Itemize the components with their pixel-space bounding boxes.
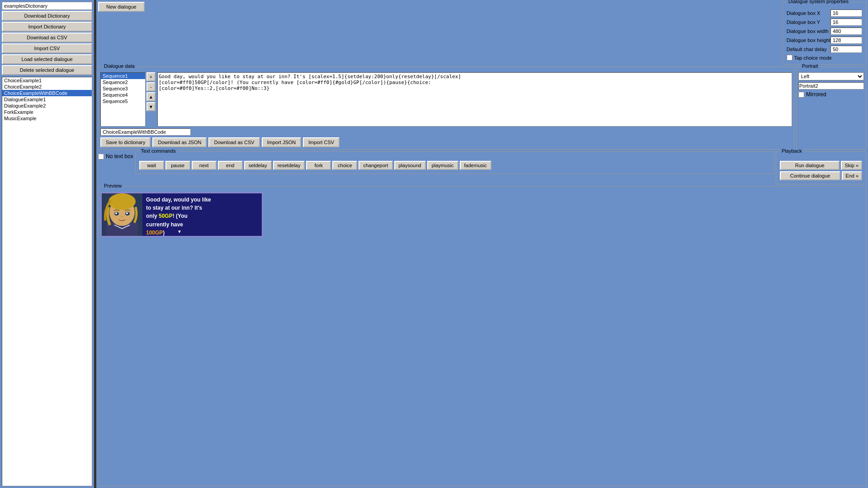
fademusic-command-button[interactable]: fademusic xyxy=(460,161,491,170)
portrait-name-input[interactable] xyxy=(798,82,864,89)
end-command-button[interactable]: end xyxy=(218,161,243,170)
mirror-row: Mirrored xyxy=(798,91,864,98)
action-buttons-row: Save to dictionary Download as JSON Down… xyxy=(100,137,792,147)
svg-point-8 xyxy=(126,212,128,214)
dialogue-box-height-input[interactable] xyxy=(830,37,862,44)
end-button[interactable]: End » xyxy=(842,171,862,180)
dialogue-list: ChoiceExample1 ChoiceExample2 ChoiceExam… xyxy=(2,77,92,486)
dialogue-box-height-label: Dialogue box height xyxy=(787,38,830,43)
tap-choice-label: Tap choice mode xyxy=(794,55,832,61)
sequence-textarea-row: Sequence1 Sequence2 Sequence3 Sequence4 … xyxy=(100,72,792,127)
sequence-name-input[interactable] xyxy=(100,128,191,136)
preview-section: Preview xyxy=(98,186,866,486)
save-to-dictionary-button[interactable]: Save to dictionary xyxy=(100,137,151,147)
import-dictionary-button[interactable]: Import Dictionary xyxy=(2,22,92,32)
pause-command-button[interactable]: pause xyxy=(165,161,190,170)
sequence-name-row xyxy=(100,128,792,136)
download-dictionary-button[interactable]: Download Dictionary xyxy=(2,11,92,21)
top-row: New dialogue Dialogue system properties … xyxy=(98,2,866,65)
resetdelay-command-button[interactable]: resetdelay xyxy=(273,161,305,170)
dialogue-text-preview: Good day, would you liketo stay at our i… xyxy=(142,193,262,236)
mirrored-label: Mirrored xyxy=(806,91,826,98)
dialogue-textarea[interactable]: Good day, would you like to stay at our … xyxy=(157,72,792,127)
dialogue-box-width-row: Dialogue box width xyxy=(787,28,862,35)
dialogue-box-height-row: Dialogue box height xyxy=(787,37,862,44)
svg-point-4 xyxy=(108,193,136,210)
playback-legend: Playback xyxy=(780,148,804,154)
download-json-button[interactable]: Download as JSON xyxy=(152,137,207,147)
playback-buttons: Run dialogue Skip » Continue dialogue En… xyxy=(778,157,864,182)
dialogue-box-y-label: Dialogue box Y xyxy=(787,19,820,25)
sequence-item[interactable]: Sequence4 xyxy=(101,92,145,98)
sequence-list: Sequence1 Sequence2 Sequence3 Sequence4 … xyxy=(100,72,146,127)
download-csv-button[interactable]: Download as CSV xyxy=(2,33,92,42)
fork-command-button[interactable]: fork xyxy=(306,161,331,170)
sequence-down-button[interactable]: ▼ xyxy=(146,102,156,111)
playsound-command-button[interactable]: playsound xyxy=(394,161,426,170)
import-json-button[interactable]: Import JSON xyxy=(262,137,302,147)
dialogue-data-legend: Dialogue data xyxy=(102,63,137,69)
mirrored-checkbox[interactable] xyxy=(798,92,804,98)
wait-command-button[interactable]: wait xyxy=(139,161,164,170)
sys-props-box: Dialogue system properties Dialogue box … xyxy=(783,2,866,65)
dialogue-box-y-input[interactable] xyxy=(830,19,862,26)
dialogue-item[interactable]: DialogueExample2 xyxy=(2,103,92,109)
sequence-remove-button[interactable]: - xyxy=(146,82,156,91)
portrait-image xyxy=(102,193,142,236)
run-dialogue-button[interactable]: Run dialogue xyxy=(780,161,840,170)
text-commands-legend: Text commands xyxy=(139,148,178,154)
sequence-item[interactable]: Sequence5 xyxy=(101,98,145,104)
no-textbox-checkbox[interactable] xyxy=(98,154,104,160)
preview-colored-text2: 100GP xyxy=(146,230,163,236)
text-commands-fieldset: Text commands wait pause next end setdel… xyxy=(135,151,774,174)
dictionary-label: examplesDictionary xyxy=(2,2,92,10)
changeport-command-button[interactable]: changeport xyxy=(359,161,392,170)
portrait-fieldset: Portrait Left Right Center None Mirrored xyxy=(796,66,866,150)
dialogue-item[interactable]: ChoiceExample2 xyxy=(2,84,92,90)
skip-button[interactable]: Skip » xyxy=(841,161,862,170)
sequence-up-button[interactable]: ▲ xyxy=(146,92,156,101)
sequence-item[interactable]: Sequence1 xyxy=(101,73,145,79)
portrait-legend: Portrait xyxy=(800,63,820,69)
delete-selected-dialogue-button[interactable]: Delete selected dialogue xyxy=(2,65,92,75)
dialogue-portrait-row: Dialogue data Sequence1 Sequence2 Sequen… xyxy=(98,66,866,150)
default-char-delay-row: Default char delay xyxy=(787,46,862,53)
choice-command-button[interactable]: choice xyxy=(332,161,357,170)
no-textbox-label: No text box xyxy=(106,153,133,160)
sequence-add-button[interactable]: + xyxy=(146,72,156,81)
next-command-button[interactable]: next xyxy=(192,161,217,170)
scroll-arrow-icon: ▼ xyxy=(177,229,182,234)
dialogue-item[interactable]: ForkExample xyxy=(2,109,92,115)
dialogue-box-width-input[interactable] xyxy=(830,28,862,35)
sequence-item[interactable]: Sequence3 xyxy=(101,85,145,92)
download-csv-action-button[interactable]: Download as CSV xyxy=(208,137,259,147)
dialogue-box-x-row: Dialogue box X xyxy=(787,9,862,17)
commands-row: No text box Text commands wait pause nex… xyxy=(98,151,866,184)
import-csv-button[interactable]: Import CSV xyxy=(2,43,92,53)
dialogue-item-selected[interactable]: ChoiceExampleWithBBCode xyxy=(2,90,92,96)
left-panel: examplesDictionary Download Dictionary I… xyxy=(0,0,95,488)
dialogue-item[interactable]: DialogueExample1 xyxy=(2,96,92,103)
dialogue-item[interactable]: ChoiceExample1 xyxy=(2,77,92,84)
continue-dialogue-button[interactable]: Continue dialogue xyxy=(780,171,840,180)
tap-choice-checkbox[interactable] xyxy=(787,55,793,61)
playmusic-command-button[interactable]: playmusic xyxy=(427,161,458,170)
dialogue-box-y-row: Dialogue box Y xyxy=(787,19,862,26)
load-selected-dialogue-button[interactable]: Load selected dialogue xyxy=(2,54,92,64)
new-dialogue-button[interactable]: New dialogue xyxy=(98,2,145,12)
tap-choice-row: Tap choice mode xyxy=(787,55,862,61)
setdelay-command-button[interactable]: setdelay xyxy=(244,161,272,170)
preview-colored-text: 50GP xyxy=(159,213,173,219)
dialogue-box-width-label: Dialogue box width xyxy=(787,28,829,34)
dialogue-box-x-input[interactable] xyxy=(830,9,862,17)
portrait-position-select[interactable]: Left Right Center None xyxy=(798,72,864,80)
dialogue-preview: Good day, would you liketo stay at our i… xyxy=(100,192,263,237)
preview-legend: Preview xyxy=(102,183,123,188)
default-char-delay-input[interactable] xyxy=(830,46,862,53)
sequence-buttons: + - ▲ ▼ xyxy=(146,72,156,127)
dialogue-item[interactable]: MusicExample xyxy=(2,115,92,122)
dialogue-box-x-label: Dialogue box X xyxy=(787,10,821,16)
sequence-item[interactable]: Sequence2 xyxy=(101,79,145,85)
import-csv-action-button[interactable]: Import CSV xyxy=(303,137,340,147)
text-commands-buttons: wait pause next end setdelay resetdelay … xyxy=(137,157,772,172)
